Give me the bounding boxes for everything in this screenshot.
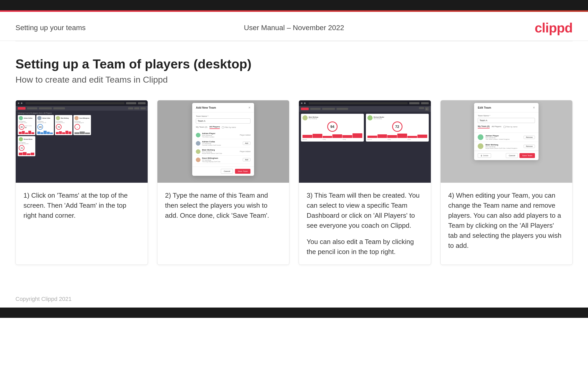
edit-player-row-1: Blair McHarg Plus Handicap Royal North D… <box>474 142 539 151</box>
add-team-modal-bg: Add New Team × Team Name * My Team (2) A… <box>157 100 289 183</box>
header: Setting up your teams User Manual – Nove… <box>0 12 588 41</box>
player-avatar-1 <box>196 141 200 146</box>
dash-topbar <box>16 100 148 106</box>
player-name-0: Adrian Player <box>202 132 238 135</box>
header-logo: clippd <box>387 20 573 36</box>
team-name-input[interactable] <box>196 118 250 124</box>
edit-player-info-1: Blair McHarg Plus Handicap Royal North D… <box>485 144 522 149</box>
player-item-2: Blair McHarg Plus Handicap Royal North D… <box>196 147 250 156</box>
edit-modal-tabs: My Team (2) All Players Filter by name <box>478 125 535 128</box>
card-3-text: 3) This Team will then be created. You c… <box>299 183 431 265</box>
modal-tab-my-team[interactable]: My Team (2) <box>196 126 207 129</box>
player-club-3: The Dog Maying Golf Club <box>202 161 241 162</box>
edit-cancel-button[interactable]: Cancel <box>506 153 518 158</box>
cancel-button[interactable]: Cancel <box>221 169 233 174</box>
edit-modal-header: Edit Team × <box>474 103 539 112</box>
player-club-2: Royal North Devon Golf Club <box>202 153 238 154</box>
player-item-0: Adrian Player Plus Handicap The Shire Lo… <box>196 131 250 139</box>
delete-team-button[interactable]: 🗑 Delete <box>478 153 491 158</box>
cards-row: Viewing 6 out of 8 players from: All Pla… <box>15 100 573 265</box>
edit-player-avatar-1 <box>478 143 483 149</box>
card-2-screenshot: Add New Team × Team Name * My Team (2) A… <box>157 100 289 183</box>
edit-save-team-button[interactable]: Save Team <box>519 153 535 158</box>
card-3: ✏ Blair McHarg Plus Handicap <box>299 100 431 265</box>
card-3-description-2: You can also edit a Team by clicking the… <box>307 237 423 257</box>
header-left-text: Setting up your teams <box>15 24 201 32</box>
card-2-description: 2) Type the name of this Team and then s… <box>165 190 282 221</box>
add-player-3-button[interactable]: Add <box>243 158 250 161</box>
modal-tabs: My Team (2) All Players Filter by name <box>196 126 250 129</box>
edit-team-name-label: Team Name * <box>478 115 535 117</box>
modal-footer: Cancel Save Team <box>192 167 254 176</box>
team-name-label: Team Name * <box>196 115 250 117</box>
edit-player-info-0: Adrian Player Plus Handicap The Shire Lo… <box>485 135 522 140</box>
edit-player-name-1: Blair McHarg <box>485 144 522 146</box>
edit-player-row-0: Adrian Player Plus Handicap The Shire Lo… <box>474 133 539 142</box>
header-center-text: User Manual – November 2022 <box>201 24 387 32</box>
player-info-1: Adrian Colba 1.5 Handicap Central London… <box>202 141 241 146</box>
player-list: Adrian Player Plus Handicap The Shire Lo… <box>196 131 250 164</box>
save-team-button[interactable]: Save Team <box>235 169 250 174</box>
trash-icon: 🗑 <box>481 155 482 156</box>
card-1-text: 1) Click on 'Teams' at the top of the sc… <box>16 183 148 228</box>
edit-modal-footer: 🗑 Delete Cancel Save Team <box>474 151 539 160</box>
edit-player-club-1: Royal North Devon Golf Club, United King… <box>485 147 522 149</box>
topbar-dot-3 <box>301 102 303 104</box>
edit-modal-close-icon[interactable]: × <box>533 106 535 110</box>
player-info-3: Dave Billingham 3.8 Handicap The Dog May… <box>202 157 241 162</box>
edit-team-modal-box: Edit Team × Team Name * My Team (2) All … <box>474 103 539 160</box>
card-4-description: 4) When editing your Team, you can chang… <box>448 190 565 251</box>
card-1-description: 1) Click on 'Teams' at the top of the sc… <box>23 190 140 221</box>
modal-body: Team Name * My Team (2) All Players Filt… <box>192 112 254 167</box>
edit-player-avatar-0 <box>478 134 483 140</box>
page-title: Setting up a Team of players (desktop) <box>15 57 573 72</box>
player-avatar-3 <box>196 158 200 162</box>
player-item-1: Adrian Colba 1.5 Handicap Central London… <box>196 139 250 147</box>
modal-close-icon[interactable]: × <box>248 106 250 110</box>
player-avatar-2 <box>196 149 200 154</box>
team-dash-topbar <box>299 100 431 106</box>
card-1-screenshot: Viewing 6 out of 8 players from: All Pla… <box>16 100 148 183</box>
dashboard-mock: Viewing 6 out of 8 players from: All Pla… <box>16 100 148 183</box>
card-3-description-1: 3) This Team will then be created. You c… <box>307 190 423 231</box>
copyright-text: Copyright Clippd 2021 <box>15 296 72 302</box>
card-1: Viewing 6 out of 8 players from: All Pla… <box>15 100 148 265</box>
player-name-3: Dave Billingham <box>202 157 241 159</box>
player-added-2: Player Added <box>240 151 251 152</box>
remove-player-0-button[interactable]: Remove <box>524 136 535 139</box>
logo-text: clippd <box>535 20 573 35</box>
player-club-0: The Shire London <box>202 136 238 138</box>
card-2-text: 2) Type the name of this Team and then s… <box>157 183 289 228</box>
card-4-text: 4) When editing your Team, you can chang… <box>441 183 573 258</box>
player-avatar-0 <box>196 133 200 137</box>
edit-tab-my-team[interactable]: My Team (2) <box>478 125 490 128</box>
player-name-2: Blair McHarg <box>202 149 238 151</box>
card-4: Edit Team × Team Name * My Team (2) All … <box>440 100 573 265</box>
card-4-screenshot: Edit Team × Team Name * My Team (2) All … <box>441 100 573 183</box>
edit-modal-title: Edit Team <box>478 106 491 109</box>
modal-header: Add New Team × <box>192 103 254 112</box>
page-subtitle: How to create and edit Teams in Clippd <box>15 75 573 85</box>
edit-tab-all-players[interactable]: All Players <box>492 125 501 128</box>
add-player-1-button[interactable]: Add <box>243 142 250 145</box>
modal-tab-all-players[interactable]: All Players <box>209 126 220 129</box>
edit-tab-filter: Filter by name <box>503 126 517 128</box>
player-added-0: Player Added <box>240 134 251 136</box>
player-item-3: Dave Billingham 3.8 Handicap The Dog May… <box>196 156 250 164</box>
player-info-2: Blair McHarg Plus Handicap Royal North D… <box>202 149 238 154</box>
edit-team-modal-bg: Edit Team × Team Name * My Team (2) All … <box>441 100 573 183</box>
modal-tab-filter: Filter by name <box>222 126 236 128</box>
main-content: Setting up a Team of players (desktop) H… <box>0 41 588 291</box>
edit-team-name-input[interactable] <box>478 118 535 123</box>
topbar-dot-2 <box>21 102 22 104</box>
topbar-dot-1 <box>18 102 19 104</box>
player-club-1: Central London Golf Centre <box>202 144 241 146</box>
player-name-1: Adrian Colba <box>202 141 241 143</box>
card-3-screenshot: ✏ Blair McHarg Plus Handicap <box>299 100 431 183</box>
add-team-modal-box: Add New Team × Team Name * My Team (2) A… <box>192 103 254 176</box>
modal-title: Add New Team <box>196 106 216 109</box>
team-dashboard-mock: ✏ Blair McHarg Plus Handicap <box>299 100 431 183</box>
card-2: Add New Team × Team Name * My Team (2) A… <box>157 100 290 265</box>
remove-player-1-button[interactable]: Remove <box>524 145 535 148</box>
page-footer: Copyright Clippd 2021 <box>0 291 588 308</box>
